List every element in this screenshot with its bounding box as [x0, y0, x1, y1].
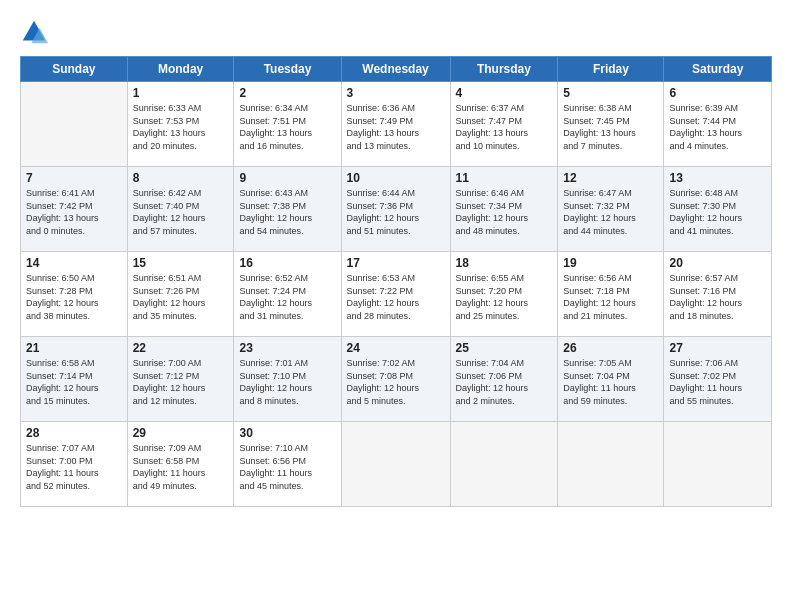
day-info: Sunrise: 6:37 AM Sunset: 7:47 PM Dayligh…: [456, 102, 553, 152]
day-info: Sunrise: 6:43 AM Sunset: 7:38 PM Dayligh…: [239, 187, 335, 237]
calendar-cell: 3Sunrise: 6:36 AM Sunset: 7:49 PM Daylig…: [341, 82, 450, 167]
calendar-cell: 13Sunrise: 6:48 AM Sunset: 7:30 PM Dayli…: [664, 167, 772, 252]
day-number: 14: [26, 256, 122, 270]
day-info: Sunrise: 7:00 AM Sunset: 7:12 PM Dayligh…: [133, 357, 229, 407]
calendar-cell: [341, 422, 450, 507]
calendar-cell: [558, 422, 664, 507]
calendar-cell: 21Sunrise: 6:58 AM Sunset: 7:14 PM Dayli…: [21, 337, 128, 422]
day-info: Sunrise: 7:07 AM Sunset: 7:00 PM Dayligh…: [26, 442, 122, 492]
day-info: Sunrise: 7:10 AM Sunset: 6:56 PM Dayligh…: [239, 442, 335, 492]
calendar-cell: [664, 422, 772, 507]
day-number: 24: [347, 341, 445, 355]
day-number: 26: [563, 341, 658, 355]
calendar-week-2: 7Sunrise: 6:41 AM Sunset: 7:42 PM Daylig…: [21, 167, 772, 252]
day-info: Sunrise: 6:57 AM Sunset: 7:16 PM Dayligh…: [669, 272, 766, 322]
calendar-cell: 2Sunrise: 6:34 AM Sunset: 7:51 PM Daylig…: [234, 82, 341, 167]
weekday-header-saturday: Saturday: [664, 57, 772, 82]
day-info: Sunrise: 6:51 AM Sunset: 7:26 PM Dayligh…: [133, 272, 229, 322]
day-number: 18: [456, 256, 553, 270]
day-number: 12: [563, 171, 658, 185]
day-number: 6: [669, 86, 766, 100]
day-number: 2: [239, 86, 335, 100]
day-info: Sunrise: 7:05 AM Sunset: 7:04 PM Dayligh…: [563, 357, 658, 407]
day-number: 20: [669, 256, 766, 270]
weekday-header-row: SundayMondayTuesdayWednesdayThursdayFrid…: [21, 57, 772, 82]
calendar-cell: 28Sunrise: 7:07 AM Sunset: 7:00 PM Dayli…: [21, 422, 128, 507]
day-number: 7: [26, 171, 122, 185]
day-number: 15: [133, 256, 229, 270]
day-info: Sunrise: 6:36 AM Sunset: 7:49 PM Dayligh…: [347, 102, 445, 152]
calendar-table: SundayMondayTuesdayWednesdayThursdayFrid…: [20, 56, 772, 507]
calendar-cell: 14Sunrise: 6:50 AM Sunset: 7:28 PM Dayli…: [21, 252, 128, 337]
day-info: Sunrise: 7:04 AM Sunset: 7:06 PM Dayligh…: [456, 357, 553, 407]
day-info: Sunrise: 6:33 AM Sunset: 7:53 PM Dayligh…: [133, 102, 229, 152]
calendar-cell: 30Sunrise: 7:10 AM Sunset: 6:56 PM Dayli…: [234, 422, 341, 507]
day-number: 17: [347, 256, 445, 270]
day-info: Sunrise: 6:44 AM Sunset: 7:36 PM Dayligh…: [347, 187, 445, 237]
day-info: Sunrise: 7:02 AM Sunset: 7:08 PM Dayligh…: [347, 357, 445, 407]
day-number: 8: [133, 171, 229, 185]
calendar-cell: 16Sunrise: 6:52 AM Sunset: 7:24 PM Dayli…: [234, 252, 341, 337]
calendar-cell: 5Sunrise: 6:38 AM Sunset: 7:45 PM Daylig…: [558, 82, 664, 167]
calendar-cell: 7Sunrise: 6:41 AM Sunset: 7:42 PM Daylig…: [21, 167, 128, 252]
calendar-cell: 6Sunrise: 6:39 AM Sunset: 7:44 PM Daylig…: [664, 82, 772, 167]
calendar-week-1: 1Sunrise: 6:33 AM Sunset: 7:53 PM Daylig…: [21, 82, 772, 167]
day-info: Sunrise: 6:41 AM Sunset: 7:42 PM Dayligh…: [26, 187, 122, 237]
calendar-cell: 23Sunrise: 7:01 AM Sunset: 7:10 PM Dayli…: [234, 337, 341, 422]
calendar-cell: 1Sunrise: 6:33 AM Sunset: 7:53 PM Daylig…: [127, 82, 234, 167]
day-info: Sunrise: 6:47 AM Sunset: 7:32 PM Dayligh…: [563, 187, 658, 237]
day-number: 13: [669, 171, 766, 185]
calendar-cell: 24Sunrise: 7:02 AM Sunset: 7:08 PM Dayli…: [341, 337, 450, 422]
calendar-cell: 20Sunrise: 6:57 AM Sunset: 7:16 PM Dayli…: [664, 252, 772, 337]
calendar-week-5: 28Sunrise: 7:07 AM Sunset: 7:00 PM Dayli…: [21, 422, 772, 507]
day-info: Sunrise: 6:42 AM Sunset: 7:40 PM Dayligh…: [133, 187, 229, 237]
day-number: 1: [133, 86, 229, 100]
day-number: 25: [456, 341, 553, 355]
calendar-cell: 27Sunrise: 7:06 AM Sunset: 7:02 PM Dayli…: [664, 337, 772, 422]
weekday-header-monday: Monday: [127, 57, 234, 82]
weekday-header-tuesday: Tuesday: [234, 57, 341, 82]
day-number: 10: [347, 171, 445, 185]
day-number: 16: [239, 256, 335, 270]
calendar-cell: 9Sunrise: 6:43 AM Sunset: 7:38 PM Daylig…: [234, 167, 341, 252]
day-info: Sunrise: 6:58 AM Sunset: 7:14 PM Dayligh…: [26, 357, 122, 407]
calendar-cell: 25Sunrise: 7:04 AM Sunset: 7:06 PM Dayli…: [450, 337, 558, 422]
day-number: 29: [133, 426, 229, 440]
calendar-cell: 26Sunrise: 7:05 AM Sunset: 7:04 PM Dayli…: [558, 337, 664, 422]
calendar-cell: [21, 82, 128, 167]
calendar-cell: 19Sunrise: 6:56 AM Sunset: 7:18 PM Dayli…: [558, 252, 664, 337]
day-number: 4: [456, 86, 553, 100]
calendar-cell: 4Sunrise: 6:37 AM Sunset: 7:47 PM Daylig…: [450, 82, 558, 167]
calendar-cell: 18Sunrise: 6:55 AM Sunset: 7:20 PM Dayli…: [450, 252, 558, 337]
day-info: Sunrise: 6:34 AM Sunset: 7:51 PM Dayligh…: [239, 102, 335, 152]
calendar-week-4: 21Sunrise: 6:58 AM Sunset: 7:14 PM Dayli…: [21, 337, 772, 422]
weekday-header-sunday: Sunday: [21, 57, 128, 82]
calendar-cell: 29Sunrise: 7:09 AM Sunset: 6:58 PM Dayli…: [127, 422, 234, 507]
day-info: Sunrise: 7:09 AM Sunset: 6:58 PM Dayligh…: [133, 442, 229, 492]
day-info: Sunrise: 6:53 AM Sunset: 7:22 PM Dayligh…: [347, 272, 445, 322]
day-number: 27: [669, 341, 766, 355]
day-info: Sunrise: 6:38 AM Sunset: 7:45 PM Dayligh…: [563, 102, 658, 152]
page-header: [20, 18, 772, 46]
calendar-cell: 15Sunrise: 6:51 AM Sunset: 7:26 PM Dayli…: [127, 252, 234, 337]
day-info: Sunrise: 6:55 AM Sunset: 7:20 PM Dayligh…: [456, 272, 553, 322]
day-info: Sunrise: 6:50 AM Sunset: 7:28 PM Dayligh…: [26, 272, 122, 322]
calendar-cell: 10Sunrise: 6:44 AM Sunset: 7:36 PM Dayli…: [341, 167, 450, 252]
calendar-cell: 22Sunrise: 7:00 AM Sunset: 7:12 PM Dayli…: [127, 337, 234, 422]
logo-icon: [20, 18, 48, 46]
day-info: Sunrise: 6:39 AM Sunset: 7:44 PM Dayligh…: [669, 102, 766, 152]
day-number: 21: [26, 341, 122, 355]
day-info: Sunrise: 6:46 AM Sunset: 7:34 PM Dayligh…: [456, 187, 553, 237]
day-info: Sunrise: 6:48 AM Sunset: 7:30 PM Dayligh…: [669, 187, 766, 237]
day-info: Sunrise: 6:56 AM Sunset: 7:18 PM Dayligh…: [563, 272, 658, 322]
day-info: Sunrise: 7:01 AM Sunset: 7:10 PM Dayligh…: [239, 357, 335, 407]
day-number: 30: [239, 426, 335, 440]
calendar-week-3: 14Sunrise: 6:50 AM Sunset: 7:28 PM Dayli…: [21, 252, 772, 337]
day-number: 3: [347, 86, 445, 100]
calendar-cell: 11Sunrise: 6:46 AM Sunset: 7:34 PM Dayli…: [450, 167, 558, 252]
day-number: 19: [563, 256, 658, 270]
weekday-header-thursday: Thursday: [450, 57, 558, 82]
day-info: Sunrise: 7:06 AM Sunset: 7:02 PM Dayligh…: [669, 357, 766, 407]
day-number: 11: [456, 171, 553, 185]
calendar-cell: [450, 422, 558, 507]
